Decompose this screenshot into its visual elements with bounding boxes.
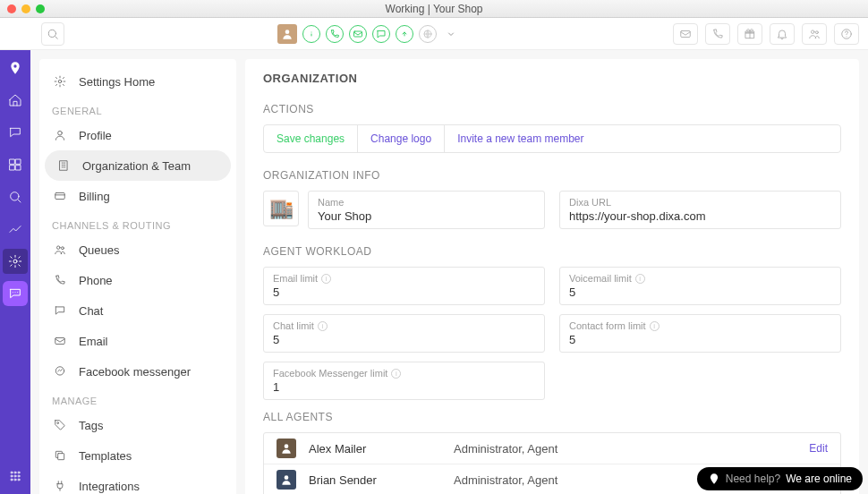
- agent-edit-link[interactable]: Edit: [809, 442, 828, 455]
- svg-point-16: [11, 472, 13, 473]
- rail-analytics[interactable]: [3, 217, 28, 242]
- sidebar-item-label: Queues: [79, 243, 120, 257]
- status-globe-button[interactable]: [419, 25, 437, 43]
- svg-rect-11: [16, 159, 21, 164]
- maximize-window-button[interactable]: [36, 4, 45, 13]
- current-user-avatar[interactable]: [277, 24, 297, 44]
- rail-conversations[interactable]: [3, 120, 28, 145]
- workload-field-voicemail-limit[interactable]: Voicemail limit i: [559, 267, 841, 305]
- rail-messenger[interactable]: [3, 281, 28, 306]
- org-info-row: 🏬 Name Dixa URL: [263, 191, 841, 229]
- svg-point-26: [58, 131, 63, 135]
- toolbar-help-button[interactable]: [834, 23, 859, 45]
- sidebar-item-label: Integrations: [79, 480, 140, 493]
- building-icon: [55, 158, 72, 174]
- sidebar-section-label: CHANNELS & ROUTING: [39, 211, 236, 234]
- field-label: Voicemail limit i: [569, 273, 831, 284]
- help-prefix: Need help?: [726, 473, 780, 485]
- svg-rect-27: [60, 161, 67, 171]
- rail-search[interactable]: [3, 184, 28, 209]
- dixa-url-input[interactable]: [569, 209, 831, 223]
- toolbar-bell-button[interactable]: [770, 23, 795, 45]
- status-dropdown-button[interactable]: [442, 25, 460, 43]
- sidebar-item-integrations[interactable]: Integrations: [39, 471, 236, 494]
- tag-icon: [52, 417, 68, 433]
- svg-point-22: [11, 479, 13, 481]
- help-status: We are online: [786, 473, 852, 485]
- help-widget[interactable]: Need help? We are online: [697, 467, 863, 490]
- toolbar-email-button[interactable]: [673, 23, 698, 45]
- toolbar-gift-button[interactable]: [737, 23, 762, 45]
- window-controls: [0, 4, 45, 13]
- svg-point-25: [58, 80, 62, 83]
- minimize-window-button[interactable]: [21, 4, 30, 13]
- workload-input[interactable]: [273, 285, 535, 299]
- dixa-url-field[interactable]: Dixa URL: [559, 191, 841, 229]
- settings-sidebar: Settings Home GENERALProfileOrganization…: [39, 59, 236, 494]
- pin-icon: [708, 473, 720, 485]
- field-label: Email limit i: [273, 273, 535, 284]
- agent-name: Brian Sender: [309, 473, 441, 487]
- sidebar-item-facebook-messenger[interactable]: Facebook messenger: [39, 356, 236, 387]
- sidebar-item-profile[interactable]: Profile: [39, 120, 236, 150]
- workload-input[interactable]: [273, 333, 535, 346]
- status-chat-button[interactable]: [372, 25, 390, 43]
- envelope-icon: [353, 29, 363, 39]
- action-button-invite-a-new-team-member[interactable]: Invite a new team member: [445, 125, 596, 152]
- rail-apps[interactable]: [3, 464, 28, 489]
- messenger-icon: [52, 363, 68, 379]
- sidebar-item-tags[interactable]: Tags: [39, 410, 236, 440]
- rail-home[interactable]: [3, 88, 28, 113]
- rail-settings[interactable]: [3, 249, 28, 274]
- sidebar-item-organization-team[interactable]: Organization & Team: [45, 150, 231, 181]
- chat-bubble-icon: [52, 302, 68, 319]
- org-name-field[interactable]: Name: [308, 191, 545, 229]
- toolbar-phone-button[interactable]: [705, 23, 730, 45]
- main-panel: ORGANIZATION ACTIONS Save changesChange …: [245, 59, 859, 494]
- gift-icon: [744, 28, 756, 40]
- agent-avatar: [277, 439, 296, 458]
- workload-field-contact-form-limit[interactable]: Contact form limit i: [559, 314, 841, 353]
- status-upload-button[interactable]: [396, 25, 413, 43]
- chevron-down-icon: [446, 29, 456, 39]
- workload-field-facebook-messenger-limit[interactable]: Facebook Messenger limit i: [263, 362, 545, 400]
- org-name-input[interactable]: [318, 209, 535, 223]
- workload-input[interactable]: [569, 285, 831, 299]
- sidebar-item-templates[interactable]: Templates: [39, 440, 236, 471]
- svg-point-20: [14, 475, 16, 477]
- workload-input[interactable]: [273, 380, 535, 394]
- toolbar-people-button[interactable]: [802, 23, 827, 45]
- info-icon: [306, 29, 317, 39]
- workload-input[interactable]: [569, 333, 831, 346]
- home-icon: [8, 93, 22, 107]
- workload-field-email-limit[interactable]: Email limit i: [263, 267, 545, 305]
- status-email-button[interactable]: [349, 25, 367, 43]
- svg-rect-13: [16, 166, 21, 170]
- action-button-save-changes[interactable]: Save changes: [264, 125, 358, 152]
- sidebar-item-phone[interactable]: Phone: [39, 265, 236, 295]
- close-window-button[interactable]: [7, 4, 16, 13]
- rail-dashboard[interactable]: [3, 152, 28, 177]
- phone-icon: [329, 29, 340, 39]
- org-logo[interactable]: 🏬: [263, 191, 299, 226]
- field-label: Chat limit i: [273, 320, 535, 331]
- status-info-button[interactable]: [302, 25, 320, 43]
- sidebar-item-billing[interactable]: Billing: [39, 181, 236, 211]
- chat-icon: [8, 125, 22, 140]
- info-icon: i: [318, 321, 328, 331]
- info-icon: i: [635, 274, 645, 284]
- sidebar-item-queues[interactable]: Queues: [39, 234, 236, 265]
- rail-logo[interactable]: [3, 55, 28, 81]
- phone-icon: [52, 272, 68, 288]
- workload-field-chat-limit[interactable]: Chat limit i: [263, 314, 545, 353]
- window-title: Working | Your Shop: [0, 3, 868, 15]
- search-button[interactable]: [41, 22, 64, 46]
- status-phone-button[interactable]: [326, 25, 344, 43]
- sidebar-item-label: Templates: [79, 449, 132, 463]
- sidebar-item-email[interactable]: Email: [39, 326, 236, 356]
- sidebar-item-chat[interactable]: Chat: [39, 295, 236, 326]
- action-button-change-logo[interactable]: Change logo: [358, 125, 445, 152]
- plug-icon: [52, 478, 68, 494]
- sidebar-home[interactable]: Settings Home: [39, 66, 236, 97]
- globe-icon: [422, 29, 433, 39]
